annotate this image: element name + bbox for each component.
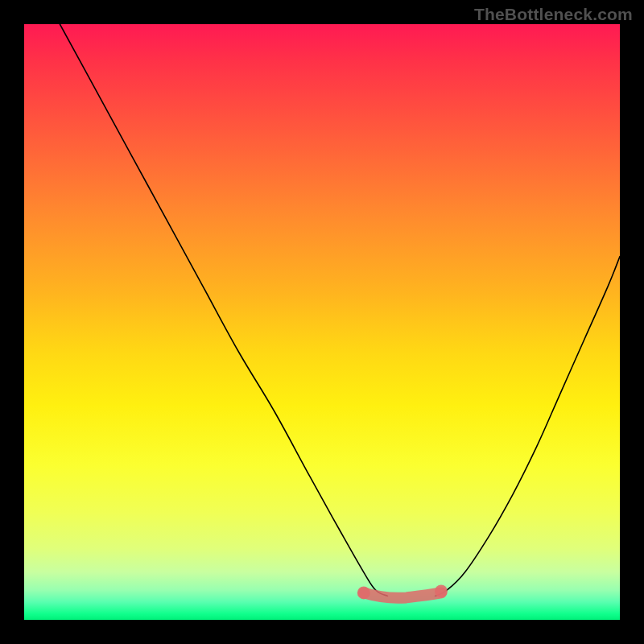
optimal-flat-highlight — [364, 592, 441, 597]
chart-frame: TheBottleneck.com — [0, 0, 644, 644]
curve-left-branch — [60, 24, 387, 596]
curve-right-branch — [436, 257, 620, 597]
highlight-end-left — [357, 586, 370, 599]
plot-area — [24, 24, 620, 620]
watermark-text: TheBottleneck.com — [474, 5, 633, 24]
curve-layer — [24, 24, 620, 620]
highlight-end-right — [435, 584, 448, 597]
